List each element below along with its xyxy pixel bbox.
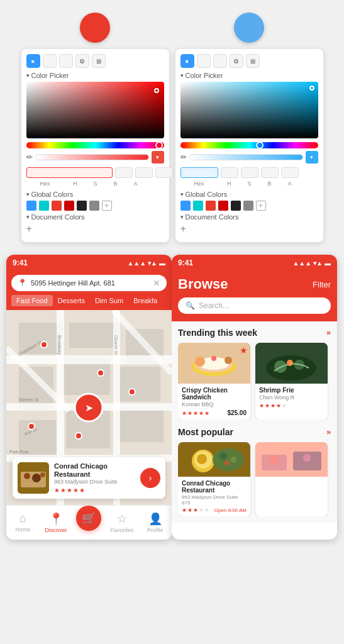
right-picker-btn-color[interactable]: ■	[180, 54, 194, 68]
right-swatch-cyan[interactable]	[193, 201, 203, 211]
search-clear-icon[interactable]: ✕	[153, 278, 160, 288]
svg-rect-9	[116, 408, 164, 442]
pop-star-3: ★	[193, 507, 198, 513]
right-swatch-gray[interactable]	[243, 201, 253, 211]
left-swatch-blue[interactable]	[26, 201, 36, 211]
popular-card-pink[interactable]	[255, 442, 328, 516]
blue-color-dot[interactable]	[234, 13, 264, 43]
svg-point-58	[269, 455, 279, 465]
left-document-add-btn[interactable]: +	[26, 223, 164, 235]
category-tab-dimsum[interactable]: Dim Sum	[90, 295, 128, 306]
right-gradient-cursor[interactable]	[309, 86, 314, 91]
left-search-bar[interactable]: 📍 5095 Hettinger Hill Apt. 681 ✕	[11, 275, 167, 291]
svg-point-39	[195, 357, 205, 367]
right-field-labels: Hex H S B A	[180, 180, 318, 187]
filter-button[interactable]: Filter	[313, 280, 331, 289]
category-tab-fastfood[interactable]: Fast Food	[11, 295, 53, 306]
right-document-colors-label: Document Colors	[180, 213, 318, 221]
signal-icon: ▲▲▲	[127, 260, 146, 267]
left-picker-btn-1[interactable]	[43, 54, 57, 68]
restaurant-navigate-btn[interactable]: ›	[140, 468, 160, 488]
right-a-input[interactable]: 100	[281, 167, 299, 178]
left-gradient-cursor[interactable]	[154, 88, 159, 93]
restaurant-card[interactable]: Conrad Chicago Restaurant 963 Madyson Dr…	[13, 457, 165, 499]
svg-point-32	[24, 473, 30, 479]
browse-search-bar[interactable]: 🔍 Search...	[178, 297, 331, 314]
left-hue-bar[interactable]	[26, 142, 164, 148]
svg-text:Broadway: Broadway	[57, 335, 62, 355]
cart-button[interactable]: 🛒	[76, 506, 101, 531]
right-color-gradient[interactable]	[180, 82, 318, 138]
right-picker-btn-2[interactable]	[213, 54, 227, 68]
left-swatch-darkred[interactable]	[64, 201, 74, 211]
left-dropdown-btn[interactable]: ▾	[152, 151, 164, 164]
right-opacity-bar[interactable]	[189, 154, 303, 160]
nav-profile[interactable]: 👤 Profile	[138, 509, 172, 536]
popular-see-more[interactable]: »	[326, 428, 331, 436]
nav-home[interactable]: ⌂ Home	[6, 509, 40, 536]
left-map[interactable]: Chambers St Warren St Park Row Broadway …	[6, 310, 172, 505]
left-eyedropper-icon[interactable]: ✏	[26, 153, 33, 162]
right-hue-cursor[interactable]	[256, 142, 264, 149]
right-swatch-add-btn[interactable]: +	[256, 201, 266, 211]
pop-star-5-empty: ★	[204, 507, 209, 513]
left-swatch-gray[interactable]	[89, 201, 99, 211]
right-dropdown-btn[interactable]: ▾	[306, 151, 318, 164]
nav-profile-label: Profile	[147, 527, 164, 533]
right-swatch-darkred[interactable]	[218, 201, 228, 211]
favorite-star-icon[interactable]: ★	[240, 345, 248, 355]
star-4: ★	[73, 487, 79, 494]
food-card-chicken[interactable]: ★ Crispy Chicken Sandwich	[178, 343, 250, 419]
category-tab-desserts[interactable]: Desserts	[53, 295, 90, 306]
left-s-input[interactable]: 82	[135, 167, 153, 178]
food-restaurant-shrimp: Chen Wong R	[259, 394, 324, 401]
popular-card-chicago[interactable]: Conrad Chicago Restaurant 963 Madyson Dr…	[178, 442, 250, 516]
star-1: ★	[54, 487, 60, 494]
right-h-input[interactable]: 206	[221, 167, 238, 178]
nav-favorites[interactable]: ☆ Favorites	[106, 509, 139, 536]
red-color-dot[interactable]	[80, 13, 110, 43]
right-picker-btn-1[interactable]	[197, 54, 211, 68]
left-phone: 9:41 ▲▲▲ ▾▲ ▬ 📍 5095 Hettinger Hill Apt.…	[6, 255, 172, 540]
left-swatch-cyan[interactable]	[39, 201, 49, 211]
trending-title: Trending this week	[178, 328, 257, 338]
browse-search-icon: 🔍	[186, 301, 195, 310]
left-opacity-bar[interactable]	[35, 154, 149, 160]
left-picker-btn-4[interactable]: ⊞	[92, 54, 106, 68]
left-phone-status-bar: 9:41 ▲▲▲ ▾▲ ▬	[6, 255, 172, 271]
right-b-input[interactable]: 96	[261, 167, 279, 178]
left-b-label: B	[107, 180, 125, 187]
left-picker-btn-color[interactable]: ■	[26, 54, 40, 68]
right-s-input[interactable]: 80	[241, 167, 258, 178]
right-eyedropper-icon[interactable]: ✏	[180, 153, 187, 162]
left-hex-input[interactable]: F52D2D	[26, 167, 113, 178]
right-picker-btn-4[interactable]: ⊞	[246, 54, 260, 68]
food-name-shrimp: Shrimp Frie	[259, 387, 324, 394]
left-b-input[interactable]: 96	[155, 167, 173, 178]
left-swatch-black[interactable]	[77, 201, 87, 211]
category-tab-breakfast[interactable]: Breakfa	[128, 295, 162, 306]
right-hue-bar[interactable]	[180, 142, 318, 148]
left-color-gradient[interactable]	[26, 82, 164, 138]
food-card-shrimp[interactable]: Shrimp Frie Chen Wong R ★ ★ ★ ★ ★	[255, 343, 328, 419]
left-hue-cursor[interactable]	[155, 142, 163, 149]
right-document-colors: Document Colors +	[180, 213, 318, 235]
left-h-input[interactable]: 360	[115, 167, 133, 178]
battery-icon: ▬	[159, 260, 165, 267]
right-swatch-blue[interactable]	[180, 201, 191, 211]
nav-cart[interactable]: 🛒	[72, 509, 106, 536]
left-picker-btn-2[interactable]	[59, 54, 73, 68]
right-document-add-btn[interactable]: +	[180, 223, 318, 235]
left-swatch-red[interactable]	[52, 201, 62, 211]
food-star-4: ★	[199, 410, 204, 416]
left-swatch-add-btn[interactable]: +	[102, 201, 112, 211]
nav-discover[interactable]: 📍 Discover	[40, 509, 73, 536]
right-swatch-red[interactable]	[206, 201, 216, 211]
right-hex-input[interactable]: 32ADF8	[180, 167, 218, 178]
right-global-colors: Global Colors +	[180, 191, 318, 211]
left-picker-btn-3[interactable]: ⚙	[75, 54, 89, 68]
restaurant-thumbnail	[18, 462, 49, 494]
right-picker-btn-3[interactable]: ⚙	[230, 54, 243, 68]
right-swatch-black[interactable]	[231, 201, 241, 211]
trending-see-more[interactable]: »	[326, 328, 331, 337]
